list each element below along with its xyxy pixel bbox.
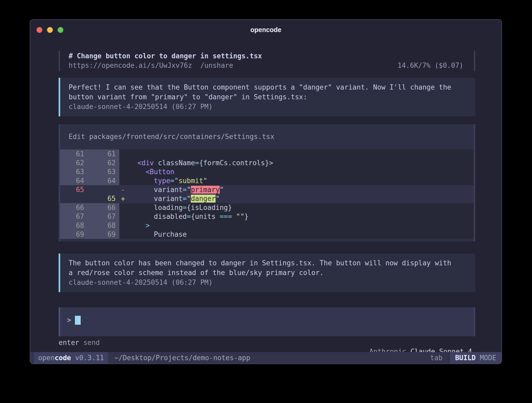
- diff-line-number-new: 64: [90, 176, 119, 185]
- diff-code-line: + variant="danger": [119, 194, 474, 203]
- diff-row: 6161: [60, 149, 474, 158]
- diff-code-line: Purchase: [119, 230, 474, 239]
- diff-code-line: disabled={units === ""}: [119, 212, 474, 221]
- assistant-message: The button color has been changed to dan…: [59, 254, 475, 292]
- edit-tool-panel: Edit packages/frontend/src/containers/Se…: [59, 124, 475, 241]
- diff-line-number-new: 69: [90, 230, 119, 239]
- app-name-light: open: [38, 354, 55, 362]
- text-cursor: [75, 316, 81, 325]
- message-meta: claude-sonnet-4-20250514 (06:27 PM): [69, 102, 467, 112]
- diff-code-line: <div className={formCs.controls}>: [119, 158, 474, 167]
- prompt-input[interactable]: >: [59, 307, 475, 336]
- diff-code-line: type="submit": [119, 176, 474, 185]
- unshare-command[interactable]: /unshare: [200, 61, 233, 70]
- diff-line-number-new: [90, 185, 119, 194]
- diff-code-line: [119, 149, 474, 158]
- message-meta: claude-sonnet-4-20250514 (06:27 PM): [69, 278, 467, 287]
- diff-line-number-old: 65: [60, 185, 90, 194]
- diff-code-line: <Button: [119, 167, 474, 176]
- diff-row: 6666 loading={isLoading}: [60, 203, 474, 212]
- diff-line-number-new: 68: [90, 221, 119, 230]
- diff-row: 6868 >: [60, 221, 474, 230]
- diff-line-number-new: 66: [90, 203, 119, 212]
- diff-row: 65- variant="primary": [60, 185, 474, 194]
- mode-label: MODE: [480, 354, 496, 362]
- diff-code-line: - variant="primary": [119, 185, 474, 194]
- mode-indicator-chip: BUILD MODE: [449, 352, 502, 364]
- app-name-bold: code: [55, 354, 71, 362]
- diff-line-number-new: 61: [90, 149, 119, 158]
- diff-line-number-new: 67: [90, 212, 119, 221]
- prompt-symbol: >: [67, 316, 71, 324]
- diff-line-number-old: 64: [60, 176, 90, 185]
- message-line: button variant from "primary" to "danger…: [69, 92, 467, 102]
- diff-row: 6767 disabled={units === ""}: [60, 212, 474, 221]
- mode-switch-key-hint: tab: [430, 354, 449, 362]
- working-directory: ~/Desktop/Projects/demo-notes-app: [114, 354, 250, 362]
- diff-row: 6969 Purchase: [60, 230, 474, 239]
- diff-row: 65+ variant="danger": [60, 194, 474, 203]
- app-version: v0.3.11: [71, 354, 104, 362]
- app-window: opencode # Change button color to danger…: [30, 19, 502, 364]
- diff-line-number-old: 66: [60, 203, 90, 212]
- status-bar: opencode v0.3.11 ~/Desktop/Projects/demo…: [30, 352, 502, 364]
- diff-line-number-old: 69: [60, 230, 90, 239]
- message-line: a red/rose color scheme instead of the b…: [69, 268, 467, 278]
- diff-line-number-old: [60, 194, 90, 203]
- mode-name: BUILD: [455, 354, 480, 362]
- diff-view: 6161 6262 <div className={formCs.control…: [60, 149, 474, 239]
- diff-line-number-old: 62: [60, 158, 90, 167]
- diff-line-number-old: 68: [60, 221, 90, 230]
- assistant-message: Perfect! I can see that the Button compo…: [59, 78, 475, 116]
- session-header: # Change button color to danger in setti…: [59, 51, 475, 71]
- diff-line-number-new: 63: [90, 167, 119, 176]
- diff-line-number-new: 62: [90, 158, 119, 167]
- diff-line-number-new: 65: [90, 194, 119, 203]
- share-url[interactable]: https://opencode.ai/s/UwJxv76z: [69, 61, 192, 70]
- window-title: opencode: [30, 26, 502, 34]
- diff-line-number-old: 67: [60, 212, 90, 221]
- diff-code-line: >: [119, 221, 474, 230]
- diff-code-line: loading={isLoading}: [119, 203, 474, 212]
- diff-row: 6363 <Button: [60, 167, 474, 176]
- diff-line-number-old: 61: [60, 149, 90, 158]
- message-line: Perfect! I can see that the Button compo…: [69, 82, 467, 92]
- message-line: The button color has been changed to dan…: [69, 258, 467, 268]
- app-version-chip: opencode v0.3.11: [34, 352, 108, 364]
- message-body: The button color has been changed to dan…: [69, 258, 467, 278]
- diff-line-number-old: 63: [60, 167, 90, 176]
- edit-tool-header: Edit packages/frontend/src/containers/Se…: [60, 132, 474, 141]
- session-title: # Change button color to danger in setti…: [69, 51, 474, 61]
- message-body: Perfect! I can see that the Button compo…: [69, 82, 467, 102]
- diff-row: 6262 <div className={formCs.controls}>: [60, 158, 474, 167]
- context-stats: 14.6K/7% ($0.07): [398, 61, 474, 70]
- diff-row: 6464 type="submit": [60, 176, 474, 185]
